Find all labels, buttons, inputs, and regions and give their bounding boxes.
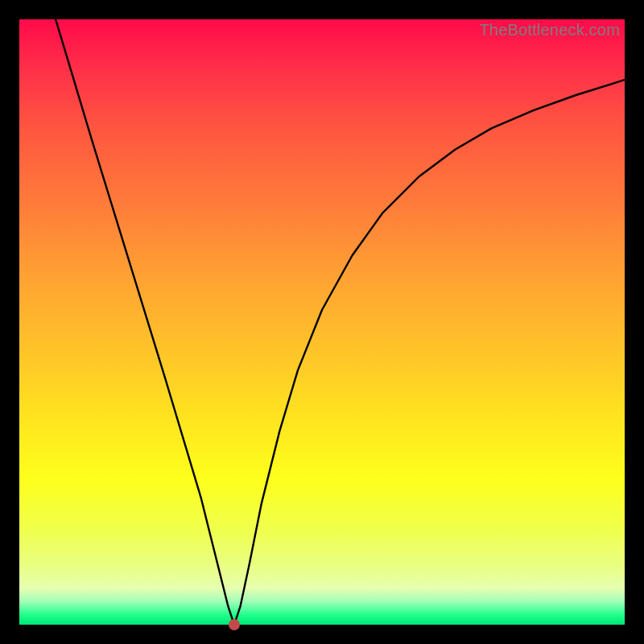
chart-frame: TheBottleneck.com xyxy=(0,0,644,644)
curve-svg xyxy=(19,19,625,625)
plot-area: TheBottleneck.com xyxy=(19,19,625,625)
bottleneck-curve xyxy=(56,19,625,625)
optimum-marker xyxy=(229,619,240,630)
